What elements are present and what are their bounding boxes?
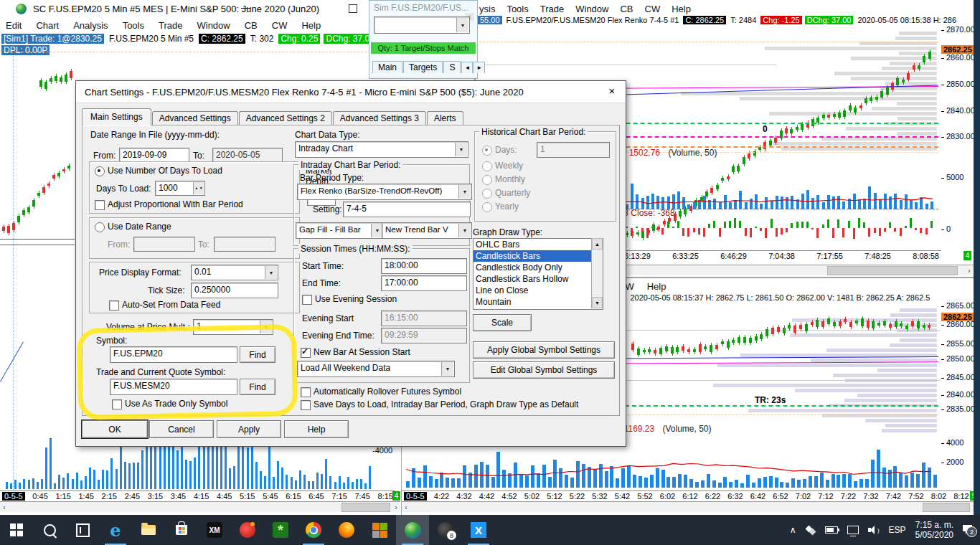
language-indicator[interactable]: ESP [889, 525, 906, 535]
vap-select[interactable]: 1 [193, 319, 273, 335]
file-explorer-icon[interactable] [132, 515, 165, 545]
menu-item[interactable]: Trade [540, 4, 564, 14]
auto-set-checkbox[interactable] [109, 300, 119, 311]
price-display-select[interactable]: 0.01 [191, 265, 278, 280]
bottom-right-horizontal-scrollbar[interactable]: ‹ › [402, 501, 980, 512]
new-trend-bar-select[interactable]: New Trend Bar V [382, 222, 472, 239]
use-evening-checkbox[interactable] [302, 295, 312, 305]
adjust-proportional-checkbox[interactable] [95, 200, 105, 210]
from-date-field[interactable]: 2019-09-09 [119, 148, 189, 163]
search-icon[interactable] [33, 515, 66, 545]
evening-end-field[interactable]: 09:29:59 [381, 328, 467, 343]
quarterly-radio[interactable] [482, 189, 492, 199]
days-radio[interactable] [482, 146, 492, 156]
color-grid-app-icon[interactable] [363, 515, 396, 545]
symbol-field[interactable]: F.US.EPM20 [110, 346, 237, 363]
end-time-field[interactable]: 17:00:00 [381, 275, 467, 291]
list-item[interactable]: Candlestick Bars [473, 250, 603, 262]
tab-scroll-right-icon[interactable]: ► [473, 62, 485, 73]
edit-global-button[interactable]: Edit Global Symbol Settings [473, 361, 615, 379]
use-days-radio[interactable] [95, 166, 105, 176]
tab-targets[interactable]: Targets [403, 61, 443, 73]
apply-global-button[interactable]: Apply Global Symbol Settings [473, 341, 615, 359]
menu-item[interactable]: Chart [36, 20, 59, 31]
use-trade-only-checkbox[interactable] [112, 399, 122, 409]
dark-app-with-badge-icon[interactable]: 8 [429, 515, 462, 545]
days-field[interactable]: 1 [537, 142, 610, 158]
monthly-radio[interactable] [482, 175, 492, 185]
evening-start-field[interactable]: 16:15:00 [381, 311, 467, 326]
sierra-chart-globe-icon[interactable] [396, 515, 429, 545]
maximize-button[interactable] [349, 4, 357, 13]
menu-item[interactable]: CW [272, 20, 288, 31]
tab-s[interactable]: S [443, 61, 461, 73]
menu-item[interactable]: Help [301, 20, 321, 31]
menu-item[interactable]: CW [645, 4, 661, 14]
scale-button[interactable]: Scale [473, 314, 532, 331]
list-item[interactable]: Candlestick Body Only [473, 262, 603, 273]
start-button[interactable] [0, 515, 33, 545]
minimize-button[interactable]: — [241, 2, 250, 13]
notification-center-icon[interactable]: 2 [963, 525, 974, 535]
trade-symbol-field[interactable]: F.US.MESM20 [110, 379, 237, 395]
range-to-field[interactable] [214, 237, 275, 252]
list-scrollbar[interactable]: ▲ ▼ [591, 238, 603, 308]
menu-item[interactable]: Tools [507, 4, 528, 14]
close-icon[interactable]: × [606, 85, 618, 98]
menu-item[interactable]: Window [197, 20, 230, 31]
scroll-down-icon[interactable]: ▼ [592, 297, 603, 308]
use-date-range-radio[interactable] [95, 222, 105, 232]
scroll-up-icon[interactable]: ▲ [592, 238, 603, 250]
list-item[interactable]: Mountain [473, 296, 603, 308]
blue-x-app-icon[interactable]: X [462, 515, 495, 545]
menu-item[interactable]: CB [620, 4, 633, 14]
weekend-data-select[interactable]: Load All Weekend Data [297, 361, 455, 377]
bar-period-type-select[interactable]: Flex Renko (BarSize-TrendOff-RevOff) [297, 184, 472, 200]
scrollbar-thumb[interactable] [923, 503, 970, 512]
firefox-icon[interactable] [330, 515, 363, 545]
task-view-icon[interactable] [66, 515, 99, 545]
apply-button[interactable]: Apply [217, 420, 281, 438]
days-to-load-field[interactable]: 1000 [155, 181, 205, 196]
dialog-tab[interactable]: Alerts [427, 111, 463, 125]
dialog-tab[interactable]: Advanced Settings [152, 111, 238, 125]
menu-item[interactable]: Help [672, 4, 691, 14]
battery-icon[interactable] [825, 526, 838, 534]
order-type-select[interactable] [374, 16, 470, 34]
ok-button[interactable]: OK [82, 420, 148, 438]
menu-item[interactable]: Window [575, 4, 608, 14]
to-date-field[interactable]: 2020-05-05 [212, 148, 283, 163]
dialog-tab[interactable]: Main Settings [82, 108, 151, 125]
menu-item[interactable]: CB [245, 20, 258, 31]
menu-item[interactable]: Tools [123, 20, 144, 31]
cancel-button[interactable]: Cancel [149, 420, 214, 438]
microsoft-store-icon[interactable] [165, 515, 198, 545]
dialog-tab[interactable]: Advanced Settings 2 [239, 111, 332, 125]
yearly-radio[interactable] [482, 202, 492, 212]
gap-fill-select[interactable]: Gap Fill - Fill Bar [296, 222, 385, 239]
xm-app-icon[interactable]: XM [198, 515, 231, 545]
save-defaults-checkbox[interactable] [301, 400, 311, 410]
setting-field[interactable]: 7-4-5 [343, 202, 471, 217]
menu-item[interactable]: Help [647, 281, 666, 292]
graph-draw-type-list[interactable]: OHLC BarsCandlestick BarsCandlestick Bod… [473, 238, 603, 310]
start-time-field[interactable]: 18:00:00 [381, 258, 467, 274]
list-item[interactable]: Candlestick Bars Hollow [473, 273, 603, 285]
list-item[interactable]: OHLC Bars [473, 239, 603, 250]
scrollbar-thumb[interactable] [827, 266, 958, 275]
tray-chevron-icon[interactable]: ∧ [790, 525, 796, 535]
tab-scroll-left-icon[interactable]: ◄ [461, 62, 473, 73]
left-horizontal-scrollbar[interactable]: ‹ › [0, 501, 400, 512]
tick-size-field[interactable]: 0.250000 [191, 283, 278, 298]
symbol-find-button[interactable]: Find [240, 346, 275, 363]
help-button[interactable]: Help [284, 420, 349, 438]
menu-item[interactable]: Edit [6, 20, 22, 31]
speaker-icon[interactable]: ) [868, 526, 880, 534]
red-circle-app-icon[interactable] [231, 515, 264, 545]
menu-item[interactable]: Trade [159, 20, 182, 31]
dropbox-icon[interactable] [806, 526, 816, 534]
edge-browser-icon[interactable]: e [99, 515, 132, 545]
chrome-icon[interactable] [297, 515, 330, 545]
scroll-left-icon[interactable]: ‹ [402, 502, 410, 512]
weekly-radio[interactable] [482, 161, 492, 171]
